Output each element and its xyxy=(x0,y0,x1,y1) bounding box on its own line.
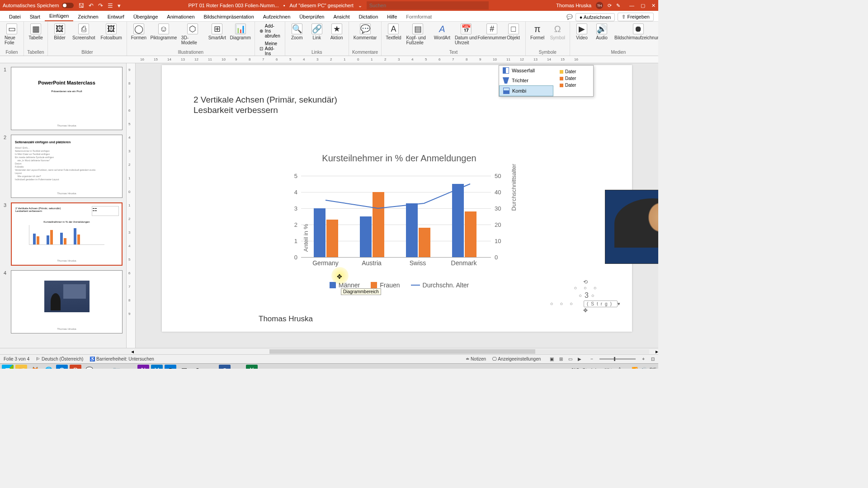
diagramm-button[interactable]: 📊Diagramm xyxy=(229,23,252,41)
system-tray[interactable]: ˄ ☁ 📶 🔊 DE xyxy=(618,367,656,369)
kommentar-button[interactable]: 💬Kommentar xyxy=(352,23,379,41)
tab-hilfe[interactable]: Hilfe xyxy=(382,12,401,21)
slide-thumbnail-2[interactable]: Seitenanzahl einfügen und platzieren Abl… xyxy=(11,135,123,198)
touch-mode-icon[interactable]: ☰ xyxy=(108,2,113,9)
taskbar-app5-icon[interactable]: ▣ xyxy=(178,365,190,369)
taskbar-app3-icon[interactable]: ● xyxy=(124,365,136,369)
aufzeichnen-button[interactable]: ● Aufzeichnen xyxy=(576,13,615,21)
tab-zeichnen[interactable]: Zeichnen xyxy=(73,12,103,21)
taskbar-outlook-icon[interactable]: O xyxy=(56,365,68,369)
taskbar-explorer-icon[interactable]: 📁 xyxy=(15,365,27,369)
author-text[interactable]: Thomas Hruska xyxy=(259,314,313,324)
freigeben-button[interactable]: ⇧ Freigeben xyxy=(618,13,654,21)
tray-volume-icon[interactable]: 🔊 xyxy=(641,367,647,369)
tab-einfuegen[interactable]: Einfügen xyxy=(45,11,73,21)
notizen-button[interactable]: ≐ Notizen xyxy=(466,357,486,361)
aktion-button[interactable]: ★Aktion xyxy=(328,23,346,41)
slide-editor[interactable]: 2 Vertikale Achsen (Primär, sekundär) Le… xyxy=(136,63,658,348)
user-avatar[interactable]: TH xyxy=(596,2,603,9)
comments-icon[interactable]: 💬 xyxy=(566,14,573,20)
tab-formformat[interactable]: Formformat xyxy=(401,12,436,21)
zoom-slider[interactable] xyxy=(599,358,636,360)
chart-object[interactable]: Kursteilnehmer in % der Anmeldungen 0 1 … xyxy=(279,153,519,289)
bildschirmaufz-button[interactable]: ⏺Bildschirmaufzeichnung xyxy=(613,23,658,41)
view-buttons[interactable]: ▣⊞▭▶ xyxy=(547,357,584,361)
bilder-button[interactable]: 🖼Bilder xyxy=(51,23,69,41)
move-handle-icon[interactable]: ✥ xyxy=(550,307,623,314)
datum-uhrzeit-button[interactable]: 📅Datum und Uhrzeit xyxy=(453,23,480,46)
fotoalbum-button[interactable]: 🖼Fotoalbum xyxy=(99,23,124,41)
paste-options-button[interactable]: (Strg) xyxy=(584,300,618,307)
slide-thumbnail-panel[interactable]: 1 PowerPoint Masterclass Präsentieren wi… xyxy=(0,63,127,348)
taskbar-app-icon[interactable]: 💬 xyxy=(83,365,95,369)
objekt-button[interactable]: □Objekt xyxy=(505,23,523,41)
slide-thumbnail-3[interactable]: 2 Vertikale Achsen (Primär, sekundär) Le… xyxy=(11,202,123,266)
filename[interactable]: PPT 01 Roter Faden 003 Folien-Numm... xyxy=(188,3,278,8)
zoom-button[interactable]: 🔍Zoom xyxy=(288,23,306,41)
taskbar-app8-icon[interactable]: ◐ xyxy=(219,365,231,369)
zoom-out-icon[interactable]: − xyxy=(590,357,593,361)
tab-bildschirm[interactable]: Bildschirmpräsentation xyxy=(199,12,259,21)
saved-dropdown-icon[interactable]: ⌄ xyxy=(358,3,362,9)
slide-number-widget[interactable]: ⟲ ○ ○ ○ ○3○ ○ ○ ○ (Strg)▾ ✥ xyxy=(550,279,623,314)
search-input[interactable] xyxy=(367,1,489,9)
taskbar-chrome-icon[interactable]: 🌐 xyxy=(42,365,54,369)
username[interactable]: Thomas Hruska xyxy=(556,3,591,8)
sync-icon[interactable]: ⟳ xyxy=(608,3,612,9)
audio-button[interactable]: 🔊Audio xyxy=(593,23,611,41)
tab-uebergaenge[interactable]: Übergänge xyxy=(129,12,162,21)
tab-datei[interactable]: Datei xyxy=(5,12,25,21)
taskbar-vlc-icon[interactable]: ▲ xyxy=(97,365,108,369)
windows-taskbar[interactable]: ⊞ 📁 🦊 🌐 O P 💬 ▲ 📷 ● N V ▮ ▣ ⊙ ● ◐ e X ▭ … xyxy=(0,363,658,369)
textfeld-button[interactable]: ATextfeld xyxy=(384,23,402,41)
weather-widget[interactable]: ☁ 6°C Stark bewölkt xyxy=(563,367,612,369)
foliennummer-button[interactable]: #Foliennummer xyxy=(481,23,503,41)
meine-addins-button[interactable]: ⊡Meine Add-Ins xyxy=(258,40,282,57)
taskbar-vscode-icon[interactable]: V xyxy=(151,365,163,369)
zoom-in-icon[interactable]: + xyxy=(642,357,645,361)
formel-button[interactable]: πFormel xyxy=(528,23,547,41)
webcam-overlay[interactable] xyxy=(605,190,658,264)
slide-heading-1[interactable]: 2 Vertikale Achsen (Primär, sekundär) xyxy=(193,95,337,105)
tray-onedrive-icon[interactable]: ☁ xyxy=(624,367,629,369)
chart-type-popup[interactable]: Wasserfall Trichter Kombi Dater Dater Da… xyxy=(499,65,594,97)
taskbar-onenote-icon[interactable]: N xyxy=(137,365,149,369)
piktogramme-button[interactable]: ☺Piktogramme xyxy=(150,23,178,41)
autosave-toggle[interactable] xyxy=(62,3,74,8)
fit-icon[interactable]: ⊡ xyxy=(651,357,655,361)
language-indicator[interactable]: 🏳 Deutsch (Österreich) xyxy=(36,357,83,361)
formen-button[interactable]: ◯Formen xyxy=(130,23,148,41)
qat-more-icon[interactable]: ▾ xyxy=(118,2,121,9)
anzeige-button[interactable]: 🖵 Anzeigeeinstellungen xyxy=(492,357,541,361)
video-button[interactable]: ▶Video xyxy=(573,23,591,41)
tab-animationen[interactable]: Animationen xyxy=(162,12,199,21)
slide-canvas[interactable]: 2 Vertikale Achsen (Primär, sekundär) Le… xyxy=(162,65,632,332)
slide-counter[interactable]: Folie 3 von 4 xyxy=(4,357,29,361)
save-icon[interactable]: 🖫 xyxy=(78,2,84,9)
taskbar-app6-icon[interactable]: ⊙ xyxy=(192,365,203,369)
minimize-icon[interactable]: — xyxy=(629,3,634,9)
coming-soon-icon[interactable]: ✎ xyxy=(616,3,620,9)
taskbar-excel-icon[interactable]: X xyxy=(246,365,258,369)
maximize-icon[interactable]: ▢ xyxy=(641,3,645,9)
chart-type-trichter[interactable]: Trichter xyxy=(499,75,553,85)
close-icon[interactable]: ✕ xyxy=(651,3,656,9)
slide-heading-2[interactable]: Lesbarkeit verbessern xyxy=(193,105,278,115)
tab-dictation[interactable]: Dictation xyxy=(354,12,382,21)
tab-entwurf[interactable]: Entwurf xyxy=(103,12,129,21)
tray-chevron-icon[interactable]: ˄ xyxy=(618,367,621,369)
chart-type-kombi[interactable]: Kombi xyxy=(499,85,553,96)
start-button[interactable]: ⊞ xyxy=(2,365,14,369)
horizontal-scrollbar[interactable]: ◂ ▸ xyxy=(0,348,658,354)
tabelle-button[interactable]: ▦Tabelle xyxy=(27,23,45,41)
taskbar-edge-icon[interactable]: e xyxy=(232,365,244,369)
symbol-button[interactable]: ΩSymbol xyxy=(548,23,567,41)
taskbar-app7-icon[interactable]: ● xyxy=(205,365,217,369)
undo-icon[interactable]: ↶ xyxy=(89,2,94,9)
tray-wifi-icon[interactable]: 📶 xyxy=(632,367,638,369)
3d-modelle-button[interactable]: ⬡3D- Modelle xyxy=(179,23,205,46)
taskbar-firefox-icon[interactable]: 🦊 xyxy=(29,365,41,369)
tab-ansicht[interactable]: Ansicht xyxy=(329,12,354,21)
wordart-button[interactable]: AWordArt xyxy=(433,23,451,41)
tray-lang-icon[interactable]: DE xyxy=(650,367,656,369)
